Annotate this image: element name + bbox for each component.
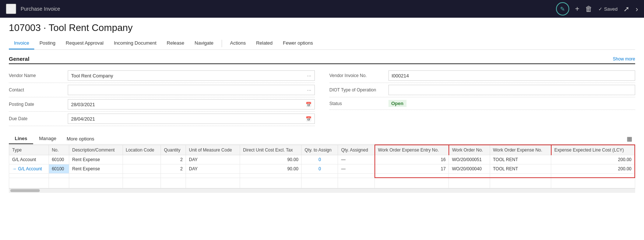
contact-input[interactable]: ···: [68, 85, 315, 95]
vendor-invoice-no-field: Vendor Invoice No. I000214: [330, 69, 636, 83]
table-row[interactable]: →G/L Account 60100 Rent Expense 2 DAY 90…: [9, 164, 635, 174]
show-more-link[interactable]: Show more: [613, 56, 635, 62]
status-value: Open: [388, 101, 636, 106]
add-button[interactable]: +: [575, 5, 580, 13]
vendor-name-field: Vendor Name Tool Rent Company ···: [9, 69, 315, 83]
vendor-name-dots[interactable]: ···: [307, 73, 312, 79]
col-header-wo-expense-no: Work Order Expense No.: [490, 145, 551, 155]
due-date-field: Due Date 28/04/2021 📅: [9, 112, 315, 126]
cell-no-1: 60100: [49, 155, 69, 164]
status-label: Status: [330, 101, 388, 106]
contact-field: Contact ···: [9, 83, 315, 97]
lines-table: Type No. Description/Comment Location Co…: [9, 145, 635, 188]
cell-quantity-1: 2: [161, 155, 186, 164]
tab-release[interactable]: Release: [162, 37, 190, 49]
table-wrapper: Type No. Description/Comment Location Co…: [9, 145, 635, 188]
vendor-invoice-no-label: Vendor Invoice No.: [330, 73, 388, 78]
cell-quantity-2: 2: [161, 164, 186, 174]
col-header-wo-no: Work Order No.: [449, 145, 490, 155]
col-header-qty-to-assign: Qty. to Assign: [302, 145, 338, 155]
lines-section: Lines Manage More options ▦ Type No. Des…: [9, 133, 635, 193]
cell-location-2: [123, 164, 161, 174]
posting-date-calendar-icon[interactable]: 📅: [306, 102, 312, 107]
delete-button[interactable]: 🗑: [585, 5, 592, 13]
status-badge: Open: [388, 100, 407, 107]
lines-tabs: Lines Manage More options ▦: [9, 133, 635, 145]
cell-wo-expense-no-2: TOOL RENT: [490, 164, 551, 174]
scrollbar-thumb[interactable]: [10, 189, 40, 192]
posting-date-input[interactable]: 28/03/2021 📅: [68, 99, 315, 109]
table-header-row: Type No. Description/Comment Location Co…: [9, 145, 635, 155]
scrollbar-area[interactable]: [9, 188, 635, 193]
col-header-description: Description/Comment: [69, 145, 123, 155]
contact-dots[interactable]: ···: [307, 87, 312, 93]
cell-wo-entry-2: 17: [375, 164, 449, 174]
tab-posting[interactable]: Posting: [34, 37, 60, 49]
cell-wo-no-2: WO/20/000040: [449, 164, 490, 174]
tab-request-approval[interactable]: Request Approval: [61, 37, 109, 49]
chevron-button[interactable]: ›: [636, 5, 638, 13]
cell-qty-assign-1[interactable]: 0: [302, 155, 338, 164]
tab-invoice[interactable]: Invoice: [9, 37, 34, 49]
cell-type-1: G/L Account: [9, 155, 49, 164]
cell-expense-cost-1: 200.00: [551, 155, 635, 164]
back-button[interactable]: ←: [6, 4, 16, 14]
left-form-column: Vendor Name Tool Rent Company ··· Contac…: [9, 69, 315, 126]
top-bar-actions: ✎ + 🗑 Saved ➚ ›: [556, 2, 638, 15]
cell-no-text-2: 60100: [52, 166, 64, 171]
cell-no-2: 60100: [49, 164, 69, 174]
tab-actions[interactable]: Actions: [225, 37, 251, 49]
diot-type-label: DIOT Type of Operation: [330, 87, 388, 93]
status-field: Status Open: [330, 97, 636, 110]
vendor-invoice-no-input[interactable]: I000214: [388, 70, 636, 81]
tab-fewer-options[interactable]: Fewer options: [278, 37, 318, 49]
cell-cost-2: 90.00: [240, 164, 302, 174]
cell-wo-no-1: WO/20/000051: [449, 155, 490, 164]
cell-desc-1: Rent Expense: [69, 155, 123, 164]
table-row[interactable]: G/L Account 60100 Rent Expense 2 DAY 90.…: [9, 155, 635, 164]
cell-qty-assigned-2: —: [338, 164, 375, 174]
due-date-input[interactable]: 28/04/2021 📅: [68, 114, 315, 124]
diot-type-field: DIOT Type of Operation: [330, 83, 636, 97]
posting-date-field: Posting Date 28/03/2021 📅: [9, 97, 315, 112]
contact-value: ···: [68, 85, 315, 95]
page-content: 107003 · Tool Rent Company Invoice Posti…: [0, 18, 644, 193]
col-header-qty-assigned: Qty. Assigned: [338, 145, 375, 155]
general-section: General Show more Vendor Name Tool Rent …: [9, 56, 635, 126]
vendor-name-label: Vendor Name: [9, 73, 68, 78]
col-header-quantity: Quantity: [161, 145, 186, 155]
vendor-name-value: Tool Rent Company ···: [68, 70, 315, 81]
cell-location-1: [123, 155, 161, 164]
due-date-calendar-icon[interactable]: 📅: [306, 116, 312, 122]
vendor-name-input[interactable]: Tool Rent Company ···: [68, 70, 315, 81]
due-date-label: Due Date: [9, 116, 68, 121]
page-title: 107003 · Tool Rent Company: [9, 22, 635, 34]
edit-button[interactable]: ✎: [556, 2, 569, 15]
table-row-empty-2: [9, 178, 635, 188]
lines-tab-more[interactable]: More options: [62, 134, 99, 144]
cell-qty-assign-2[interactable]: 0: [302, 164, 338, 174]
table-expand-icon[interactable]: ▦: [624, 134, 635, 144]
section-title: General: [9, 56, 29, 62]
lines-tab-lines[interactable]: Lines: [9, 133, 33, 144]
diot-type-select[interactable]: [388, 85, 636, 95]
table-row-empty-1: [9, 174, 635, 178]
section-header: General Show more: [9, 56, 635, 64]
expand-button[interactable]: ➚: [623, 4, 630, 13]
tab-incoming-document[interactable]: Incoming Document: [109, 37, 162, 49]
right-form-column: Vendor Invoice No. I000214 DIOT Type of …: [330, 69, 636, 126]
top-bar: ← Purchase Invoice ✎ + 🗑 Saved ➚ ›: [0, 0, 644, 18]
col-header-uom: Unit of Measure Code: [186, 145, 240, 155]
posting-date-value: 28/03/2021 📅: [68, 99, 315, 109]
tab-navigate[interactable]: Navigate: [190, 37, 219, 49]
col-header-direct-unit-cost: Direct Unit Cost Excl. Tax: [240, 145, 302, 155]
saved-status: Saved: [598, 6, 617, 12]
cell-uom-1: DAY: [186, 155, 240, 164]
cell-arrow-2: →G/L Account: [9, 164, 49, 174]
tab-related[interactable]: Related: [251, 37, 278, 49]
cell-expense-cost-2: 200.00: [551, 164, 635, 174]
cell-wo-entry-1: 16: [375, 155, 449, 164]
nav-separator: [222, 40, 222, 47]
posting-date-label: Posting Date: [9, 102, 68, 107]
lines-tab-manage[interactable]: Manage: [33, 133, 62, 144]
